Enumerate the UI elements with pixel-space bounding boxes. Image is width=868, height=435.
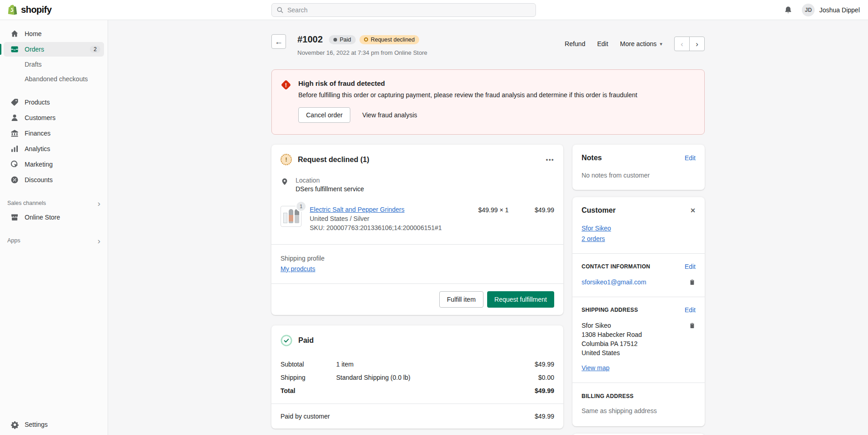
sidebar-item-discounts[interactable]: Discounts: [4, 173, 104, 187]
contact-information-header: CONTACT INFORMATION: [582, 263, 650, 270]
shopify-bag-icon: [7, 4, 18, 16]
ring-dot-icon: [364, 37, 368, 42]
location-pin-icon: [281, 178, 289, 193]
close-icon[interactable]: ✕: [690, 207, 696, 214]
sidebar-item-settings[interactable]: Settings: [4, 417, 104, 432]
sidebar-item-label: Settings: [25, 421, 48, 428]
view-fraud-analysis-button[interactable]: View fraud analysis: [362, 111, 417, 119]
sidebar-item-label: Home: [25, 30, 42, 37]
customer-card: Customer ✕ Sfor Sikeo 2 orders CONTACT I…: [572, 197, 705, 426]
user-menu[interactable]: JD Joshua Dippel: [802, 4, 860, 16]
shipping-address-header: SHIPPING ADDRESS: [582, 307, 638, 313]
copy-clipboard-icon[interactable]: [689, 278, 696, 286]
fulfillment-card: ! Request declined (1) •••: [271, 145, 563, 315]
fraud-banner-title: High risk of fraud detected: [298, 79, 637, 87]
global-search[interactable]: [271, 3, 536, 17]
sidebar-item-label: Analytics: [25, 145, 50, 152]
user-name: Joshua Dippel: [819, 6, 860, 14]
edit-shipping-address-link[interactable]: Edit: [685, 306, 696, 314]
request-declined-icon: !: [281, 154, 292, 165]
customer-name-link[interactable]: Sfor Sikeo: [582, 225, 611, 232]
sales-channels-header[interactable]: Sales channels ›: [0, 196, 108, 210]
edit-notes-link[interactable]: Edit: [685, 154, 696, 162]
refund-button[interactable]: Refund: [565, 40, 585, 47]
line-item-price: $49.99 × 1: [478, 206, 509, 214]
fraud-warning-banner: ! High risk of fraud detected Before ful…: [271, 69, 705, 135]
fulfill-item-button[interactable]: Fulfill item: [439, 291, 483, 308]
gear-icon: [10, 420, 19, 429]
customer-email-link[interactable]: sforsikeo1@gmail.com: [582, 278, 646, 286]
search-input[interactable]: [287, 6, 531, 14]
storefront-icon: [10, 213, 19, 222]
sidebar-item-products[interactable]: Products: [4, 95, 104, 110]
notes-card-title: Notes: [582, 154, 602, 162]
payment-card: Paid Subtotal 1 item $49.99 Shipping Sta…: [271, 325, 563, 429]
shopify-logo[interactable]: shopify: [0, 4, 108, 16]
sidebar-item-label: Online Store: [25, 214, 60, 221]
fraud-banner-body: Before fulfilling this order or capturin…: [298, 91, 637, 99]
line-item-row: 1 Electric Salt and Pepper Grinders Unit…: [281, 206, 554, 231]
back-button[interactable]: ←: [271, 34, 286, 49]
sidebar-item-label: Discounts: [25, 176, 52, 183]
notes-card: Notes Edit No notes from customer: [572, 145, 705, 190]
sidebar-item-label: Marketing: [25, 161, 52, 168]
chevron-right-icon: ›: [98, 236, 100, 245]
paid-by-customer-row: Paid by customer $49.99: [271, 404, 563, 429]
apps-header[interactable]: Apps ›: [0, 234, 108, 247]
orders-count-badge: 2: [90, 46, 100, 53]
customer-orders-link[interactable]: 2 orders: [582, 235, 605, 242]
product-title-link[interactable]: Electric Salt and Pepper Grinders: [310, 206, 405, 213]
payment-card-title: Paid: [298, 336, 314, 345]
shipping-address-block: Sfor Sikeo 1308 Habecker Road Columbia P…: [582, 322, 642, 358]
edit-button[interactable]: Edit: [597, 40, 608, 47]
sidebar: Home Orders 2 Drafts Abandoned checkouts…: [0, 20, 108, 435]
fraud-alert-icon: !: [281, 80, 291, 90]
discount-percent-icon: [10, 175, 19, 184]
product-variant: United States / Silver: [310, 215, 473, 222]
sidebar-item-label: Products: [25, 99, 50, 106]
overflow-menu-icon[interactable]: •••: [546, 156, 554, 163]
home-icon: [10, 29, 19, 38]
notifications-bell-icon[interactable]: [784, 5, 793, 15]
target-arrow-icon: [10, 160, 19, 169]
notes-body: No notes from customer: [582, 172, 696, 179]
edit-contact-link[interactable]: Edit: [685, 263, 696, 270]
quantity-badge: 1: [296, 202, 306, 211]
chevron-left-icon: ‹: [681, 40, 683, 48]
sidebar-item-label: Finances: [25, 130, 51, 137]
cancel-order-button[interactable]: Cancel order: [298, 107, 350, 123]
sidebar-item-label: Drafts: [25, 61, 42, 68]
shopify-wordmark: shopify: [21, 5, 52, 15]
chevron-right-icon: ›: [696, 40, 698, 48]
view-map-link[interactable]: View map: [582, 364, 609, 372]
sidebar-item-drafts[interactable]: Drafts: [4, 58, 104, 71]
sidebar-item-label: Customers: [25, 114, 56, 121]
billing-address-header: BILLING ADDRESS: [582, 393, 634, 399]
sidebar-item-home[interactable]: Home: [4, 26, 104, 41]
copy-clipboard-icon[interactable]: [689, 322, 696, 329]
sidebar-item-online-store[interactable]: Online Store: [4, 210, 104, 225]
sidebar-item-marketing[interactable]: Marketing: [4, 157, 104, 172]
product-sku: SKU: 200007763:201336106;14:200006151#1: [310, 224, 473, 231]
next-order-button[interactable]: ›: [689, 37, 705, 51]
request-fulfillment-button[interactable]: Request fulfillment: [487, 291, 554, 308]
sidebar-item-finances[interactable]: Finances: [4, 126, 104, 141]
avatar: JD: [802, 4, 815, 16]
sidebar-item-customers[interactable]: Customers: [4, 110, 104, 125]
paid-check-icon: [281, 335, 292, 346]
search-icon: [276, 6, 284, 14]
previous-order-button[interactable]: ‹: [674, 37, 690, 51]
shipping-profile-link[interactable]: My prodcuts: [281, 265, 315, 273]
line-item-total: $49.99: [530, 206, 554, 214]
sidebar-item-abandoned-checkouts[interactable]: Abandoned checkouts: [4, 72, 104, 86]
sidebar-item-orders[interactable]: Orders 2: [4, 42, 104, 57]
orders-icon: [10, 45, 19, 54]
location-value: DSers fulfillment service: [296, 185, 364, 193]
sidebar-item-analytics[interactable]: Analytics: [4, 142, 104, 156]
bank-icon: [10, 129, 19, 138]
more-actions-button[interactable]: More actions ▾: [620, 40, 662, 47]
customer-card-title: Customer: [582, 206, 616, 215]
page-title: #1002: [297, 34, 323, 45]
order-pagination: ‹ ›: [674, 37, 705, 51]
chevron-down-icon: ▾: [660, 41, 662, 47]
